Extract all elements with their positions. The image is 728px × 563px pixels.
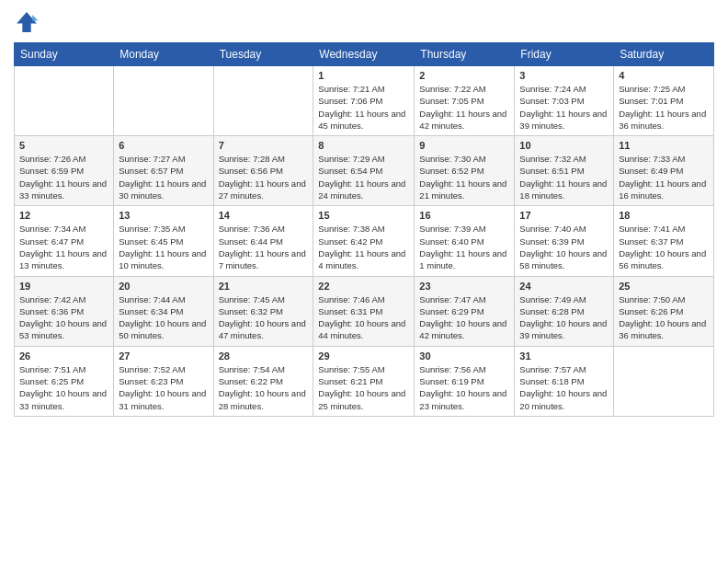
day-info: Sunrise: 7:25 AMSunset: 7:01 PMDaylight:…	[619, 83, 709, 132]
day-number: 30	[419, 350, 509, 362]
day-number: 19	[19, 281, 108, 292]
calendar-cell: 12Sunrise: 7:34 AMSunset: 6:47 PMDayligh…	[15, 206, 114, 276]
calendar-cell: 5Sunrise: 7:26 AMSunset: 6:59 PMDaylight…	[15, 136, 114, 206]
day-number: 21	[219, 281, 309, 292]
calendar-cell: 1Sunrise: 7:21 AMSunset: 7:06 PMDaylight…	[313, 66, 415, 136]
day-number: 10	[519, 140, 609, 151]
calendar-cell: 10Sunrise: 7:32 AMSunset: 6:51 PMDayligh…	[515, 136, 614, 206]
day-info: Sunrise: 7:35 AMSunset: 6:45 PMDaylight:…	[119, 223, 208, 271]
day-info: Sunrise: 7:27 AMSunset: 6:57 PMDaylight:…	[119, 153, 208, 201]
day-info: Sunrise: 7:34 AMSunset: 6:47 PMDaylight:…	[19, 223, 108, 271]
day-number: 29	[318, 350, 409, 362]
weekday-header-tuesday: Tuesday	[213, 43, 313, 66]
day-number: 1	[318, 70, 409, 81]
day-number: 13	[119, 210, 208, 221]
day-info: Sunrise: 7:57 AMSunset: 6:18 PMDaylight:…	[519, 363, 609, 412]
calendar-cell: 27Sunrise: 7:52 AMSunset: 6:23 PMDayligh…	[114, 346, 213, 416]
calendar-cell	[114, 66, 213, 136]
day-info: Sunrise: 7:40 AMSunset: 6:39 PMDaylight:…	[519, 223, 609, 271]
calendar-cell: 19Sunrise: 7:42 AMSunset: 6:36 PMDayligh…	[15, 276, 114, 346]
calendar-cell: 2Sunrise: 7:22 AMSunset: 7:05 PMDaylight…	[415, 66, 515, 136]
day-info: Sunrise: 7:52 AMSunset: 6:23 PMDaylight:…	[119, 363, 208, 412]
day-number: 7	[219, 140, 309, 151]
day-number: 14	[219, 210, 309, 221]
calendar-cell: 28Sunrise: 7:54 AMSunset: 6:22 PMDayligh…	[213, 346, 313, 416]
calendar-cell: 31Sunrise: 7:57 AMSunset: 6:18 PMDayligh…	[515, 346, 614, 416]
calendar-cell	[614, 346, 714, 416]
day-info: Sunrise: 7:49 AMSunset: 6:28 PMDaylight:…	[519, 293, 609, 342]
calendar-cell: 3Sunrise: 7:24 AMSunset: 7:03 PMDaylight…	[515, 66, 614, 136]
week-row-2: 5Sunrise: 7:26 AMSunset: 6:59 PMDaylight…	[15, 136, 714, 206]
calendar-cell: 4Sunrise: 7:25 AMSunset: 7:01 PMDaylight…	[614, 66, 714, 136]
day-info: Sunrise: 7:32 AMSunset: 6:51 PMDaylight:…	[519, 153, 609, 201]
weekday-header-saturday: Saturday	[614, 43, 714, 66]
calendar-cell: 15Sunrise: 7:38 AMSunset: 6:42 PMDayligh…	[313, 206, 415, 276]
day-number: 25	[619, 281, 709, 292]
calendar-cell: 25Sunrise: 7:50 AMSunset: 6:26 PMDayligh…	[614, 276, 714, 346]
logo	[14, 9, 41, 35]
weekday-header-sunday: Sunday	[15, 43, 114, 66]
week-row-1: 1Sunrise: 7:21 AMSunset: 7:06 PMDaylight…	[15, 66, 714, 136]
day-number: 8	[318, 140, 409, 151]
calendar-cell: 23Sunrise: 7:47 AMSunset: 6:29 PMDayligh…	[415, 276, 515, 346]
day-number: 22	[318, 281, 409, 292]
calendar-cell: 24Sunrise: 7:49 AMSunset: 6:28 PMDayligh…	[515, 276, 614, 346]
day-number: 31	[519, 350, 609, 362]
day-info: Sunrise: 7:22 AMSunset: 7:05 PMDaylight:…	[419, 83, 509, 132]
day-number: 6	[119, 140, 208, 151]
calendar-cell: 26Sunrise: 7:51 AMSunset: 6:25 PMDayligh…	[15, 346, 114, 416]
weekday-header-thursday: Thursday	[415, 43, 515, 66]
day-info: Sunrise: 7:51 AMSunset: 6:25 PMDaylight:…	[19, 363, 108, 412]
week-row-5: 26Sunrise: 7:51 AMSunset: 6:25 PMDayligh…	[15, 346, 714, 416]
day-number: 5	[19, 140, 108, 151]
day-info: Sunrise: 7:55 AMSunset: 6:21 PMDaylight:…	[318, 363, 409, 412]
calendar-cell: 11Sunrise: 7:33 AMSunset: 6:49 PMDayligh…	[614, 136, 714, 206]
day-info: Sunrise: 7:45 AMSunset: 6:32 PMDaylight:…	[219, 293, 309, 342]
day-info: Sunrise: 7:47 AMSunset: 6:29 PMDaylight:…	[419, 293, 509, 342]
svg-marker-0	[17, 12, 37, 32]
calendar-cell: 9Sunrise: 7:30 AMSunset: 6:52 PMDaylight…	[415, 136, 515, 206]
day-info: Sunrise: 7:30 AMSunset: 6:52 PMDaylight:…	[419, 153, 509, 201]
calendar-cell: 13Sunrise: 7:35 AMSunset: 6:45 PMDayligh…	[114, 206, 213, 276]
day-info: Sunrise: 7:42 AMSunset: 6:36 PMDaylight:…	[19, 293, 108, 342]
day-number: 16	[419, 210, 509, 221]
day-number: 2	[419, 70, 509, 81]
calendar-cell: 29Sunrise: 7:55 AMSunset: 6:21 PMDayligh…	[313, 346, 415, 416]
logo-icon	[14, 9, 40, 35]
day-info: Sunrise: 7:56 AMSunset: 6:19 PMDaylight:…	[419, 363, 509, 412]
calendar-cell: 20Sunrise: 7:44 AMSunset: 6:34 PMDayligh…	[114, 276, 213, 346]
day-info: Sunrise: 7:38 AMSunset: 6:42 PMDaylight:…	[318, 223, 409, 271]
day-info: Sunrise: 7:50 AMSunset: 6:26 PMDaylight:…	[619, 293, 709, 342]
day-info: Sunrise: 7:44 AMSunset: 6:34 PMDaylight:…	[119, 293, 208, 342]
calendar-cell: 8Sunrise: 7:29 AMSunset: 6:54 PMDaylight…	[313, 136, 415, 206]
day-number: 12	[19, 210, 108, 221]
calendar-cell: 7Sunrise: 7:28 AMSunset: 6:56 PMDaylight…	[213, 136, 313, 206]
day-info: Sunrise: 7:24 AMSunset: 7:03 PMDaylight:…	[519, 83, 609, 132]
calendar-cell	[213, 66, 313, 136]
calendar-cell: 6Sunrise: 7:27 AMSunset: 6:57 PMDaylight…	[114, 136, 213, 206]
weekday-header-row: SundayMondayTuesdayWednesdayThursdayFrid…	[15, 43, 714, 66]
day-number: 23	[419, 281, 509, 292]
day-number: 11	[619, 140, 709, 151]
weekday-header-friday: Friday	[515, 43, 614, 66]
calendar-cell	[15, 66, 114, 136]
calendar: SundayMondayTuesdayWednesdayThursdayFrid…	[14, 42, 714, 417]
day-info: Sunrise: 7:39 AMSunset: 6:40 PMDaylight:…	[419, 223, 509, 271]
calendar-cell: 22Sunrise: 7:46 AMSunset: 6:31 PMDayligh…	[313, 276, 415, 346]
week-row-3: 12Sunrise: 7:34 AMSunset: 6:47 PMDayligh…	[15, 206, 714, 276]
day-info: Sunrise: 7:33 AMSunset: 6:49 PMDaylight:…	[619, 153, 709, 201]
calendar-cell: 18Sunrise: 7:41 AMSunset: 6:37 PMDayligh…	[614, 206, 714, 276]
day-number: 18	[619, 210, 709, 221]
page: SundayMondayTuesdayWednesdayThursdayFrid…	[0, 0, 728, 563]
day-number: 28	[219, 350, 309, 362]
day-number: 17	[519, 210, 609, 221]
day-info: Sunrise: 7:54 AMSunset: 6:22 PMDaylight:…	[219, 363, 309, 412]
day-info: Sunrise: 7:46 AMSunset: 6:31 PMDaylight:…	[318, 293, 409, 342]
header	[14, 9, 714, 35]
calendar-cell: 16Sunrise: 7:39 AMSunset: 6:40 PMDayligh…	[415, 206, 515, 276]
day-info: Sunrise: 7:21 AMSunset: 7:06 PMDaylight:…	[318, 83, 409, 132]
calendar-cell: 21Sunrise: 7:45 AMSunset: 6:32 PMDayligh…	[213, 276, 313, 346]
day-number: 27	[119, 350, 208, 362]
calendar-cell: 14Sunrise: 7:36 AMSunset: 6:44 PMDayligh…	[213, 206, 313, 276]
day-number: 15	[318, 210, 409, 221]
